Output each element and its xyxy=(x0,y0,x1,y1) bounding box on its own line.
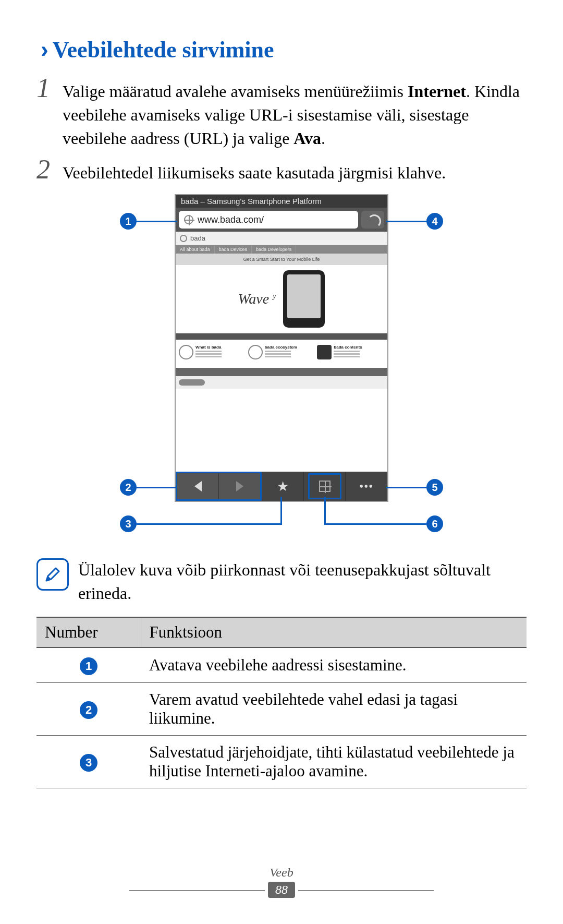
content-bar-2 xyxy=(176,376,387,389)
step1-text-c: . xyxy=(466,82,470,101)
step-number: 2 xyxy=(36,156,63,183)
site-brand: bada xyxy=(190,234,205,242)
callout-line xyxy=(137,221,177,222)
hero-subbar xyxy=(176,333,387,340)
row-function: Varem avatud veebilehtede vahel edasi ja… xyxy=(141,682,527,735)
back-icon xyxy=(194,481,202,491)
site-tab[interactable]: All about bada xyxy=(176,245,215,254)
callout-6: 6 xyxy=(426,515,443,532)
feature-item: bada contents xyxy=(317,345,384,359)
row-number-badge: 1 xyxy=(80,657,97,675)
note-box: Ülalolev kuva võib piirkonnast või teenu… xyxy=(36,558,527,605)
hero-caption: Get a Smart Start to Your Mobile Life xyxy=(176,254,387,265)
url-text: www.bada.com/ xyxy=(198,214,264,225)
footer-section-label: Veeb xyxy=(0,866,563,880)
callout-line xyxy=(386,221,426,222)
callout-line xyxy=(137,487,177,488)
callout-line xyxy=(137,523,282,525)
table-header-number: Number xyxy=(36,617,141,647)
callout-line xyxy=(280,497,282,525)
url-input[interactable]: www.bada.com/ xyxy=(179,211,358,229)
chevron-icon: › xyxy=(41,37,48,63)
address-bar-row: www.bada.com/ xyxy=(176,208,387,232)
back-button[interactable] xyxy=(177,473,219,499)
note-icon-frame xyxy=(36,558,69,591)
more-icon: ••• xyxy=(360,481,374,493)
section-heading: › Veebilehtede sirvimine xyxy=(41,37,527,63)
content-bar xyxy=(176,368,387,376)
table-row: 1 Avatava veebilehe aadressi sisestamine… xyxy=(36,647,527,683)
pencil-icon xyxy=(43,565,62,584)
star-icon: ★ xyxy=(277,478,289,495)
refresh-button[interactable] xyxy=(361,211,384,229)
wave-logo: Wave y xyxy=(238,291,276,307)
row-number-badge: 2 xyxy=(80,701,97,719)
callout-5: 5 xyxy=(426,479,443,496)
table-header-function: Funktsioon xyxy=(141,617,527,647)
bada-logo-icon xyxy=(180,235,187,242)
row-function: Salvestatud järjehoidjate, tihti külasta… xyxy=(141,735,527,788)
heading-text: Veebilehtede sirvimine xyxy=(53,37,274,63)
phone-image xyxy=(283,270,325,328)
row-number-badge: 3 xyxy=(80,754,97,772)
site-header: bada xyxy=(176,232,387,245)
hero-main: Wave y xyxy=(176,265,387,333)
step-2: 2 Veebilehtedel liikumiseks saate kasuta… xyxy=(36,159,527,185)
table-row: 3 Salvestatud järjehoidjate, tihti külas… xyxy=(36,735,527,788)
step-body: Valige määratud avalehe avamiseks menüür… xyxy=(63,78,527,150)
step-number: 1 xyxy=(36,75,63,102)
note-text: Ülalolev kuva võib piirkonnast või teenu… xyxy=(78,558,527,605)
annotated-screenshot: 1 4 2 5 3 6 bada – Samsung's Smartphone … xyxy=(120,194,443,543)
step-1: 1 Valige määratud avalehe avamiseks menü… xyxy=(36,78,527,150)
feature-item: bada ecosystem xyxy=(248,345,315,359)
step1-text-a: Valige määratud avalehe avamiseks menüür… xyxy=(63,82,408,101)
feature-icon xyxy=(179,345,193,359)
page-footer: Veeb 88 xyxy=(0,866,563,898)
windows-icon xyxy=(319,481,331,492)
site-tabs: All about bada bada Devices bada Develop… xyxy=(176,245,387,254)
callout-line xyxy=(324,497,326,525)
step1-bold-ava: Ava xyxy=(293,129,321,148)
site-tab[interactable]: bada Developers xyxy=(252,245,296,254)
forward-icon xyxy=(236,481,243,491)
callout-4: 4 xyxy=(426,213,443,230)
callout-1: 1 xyxy=(120,213,137,230)
samsung-logo xyxy=(179,379,205,386)
callout-2: 2 xyxy=(120,479,137,496)
more-button[interactable]: ••• xyxy=(346,472,387,501)
globe-icon xyxy=(184,215,193,224)
feature-item: What is bada xyxy=(179,345,246,359)
phone-screenshot: bada – Samsung's Smartphone Platform www… xyxy=(175,194,388,502)
step1-line2-c: . xyxy=(321,129,325,148)
callout-line xyxy=(386,487,426,488)
page-number: 88 xyxy=(268,882,295,898)
bookmarks-button[interactable]: ★ xyxy=(262,472,304,501)
step-body: Veebilehtedel liikumiseks saate kasutada… xyxy=(63,159,527,185)
table-row: 2 Varem avatud veebilehtede vahel edasi … xyxy=(36,682,527,735)
browser-titlebar: bada – Samsung's Smartphone Platform xyxy=(176,195,387,208)
refresh-icon xyxy=(368,214,378,225)
site-tab[interactable]: bada Devices xyxy=(215,245,252,254)
feature-icon xyxy=(248,345,263,359)
callout-3: 3 xyxy=(120,515,137,532)
step1-bold-internet: Internet xyxy=(408,82,466,101)
feature-row: What is bada bada ecosystem bada content… xyxy=(176,340,387,365)
feature-icon xyxy=(317,345,332,359)
callout-line xyxy=(325,523,426,525)
row-function: Avatava veebilehe aadressi sisestamine. xyxy=(141,647,527,683)
nav-back-forward xyxy=(176,472,262,501)
forward-button[interactable] xyxy=(219,473,260,499)
function-table: Number Funktsioon 1 Avatava veebilehe aa… xyxy=(36,617,527,788)
